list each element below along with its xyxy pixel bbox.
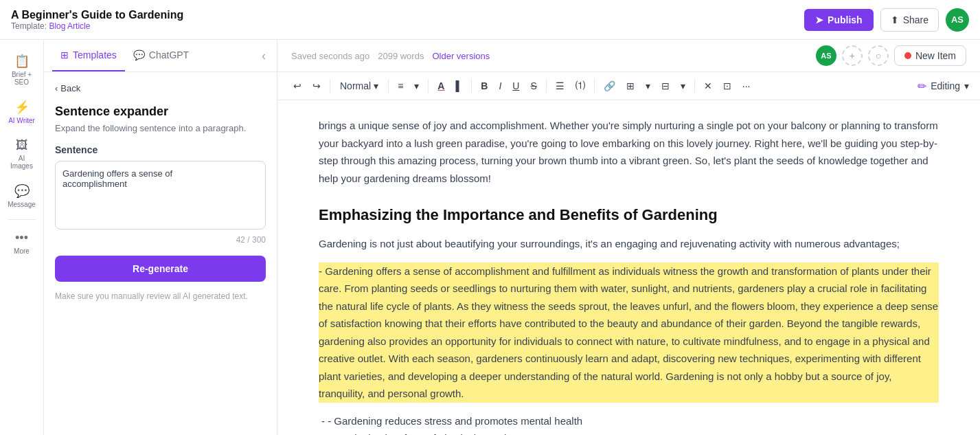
align-button[interactable]: ≡ bbox=[393, 77, 408, 95]
sentence-input[interactable]: Gardening offers a sense of accomplishme… bbox=[55, 161, 266, 230]
style-chevron-icon: ▾ bbox=[374, 80, 378, 91]
sidebar-item-label: AI Images bbox=[7, 155, 37, 170]
editing-badge: ✏ Editing ▾ bbox=[918, 80, 969, 93]
toolbar-divider-3 bbox=[428, 79, 429, 93]
templates-icon: ⊞ bbox=[60, 49, 69, 60]
numbered-list-button[interactable]: ⑴ bbox=[571, 76, 590, 96]
toolbar-divider-2 bbox=[388, 79, 389, 93]
sidebar-item-label: Message bbox=[8, 201, 36, 208]
sidebar-item-brief-seo[interactable]: 📋 Brief + SEO bbox=[3, 48, 41, 91]
editor-meta-bar: Saved seconds ago 2099 words Older versi… bbox=[277, 40, 980, 72]
ai-writer-icon: ⚡ bbox=[14, 100, 30, 115]
editor-avatar-outline: ○ bbox=[868, 45, 889, 66]
back-chevron-icon: ‹ bbox=[55, 83, 58, 93]
style-selector[interactable]: Normal ▾ bbox=[334, 78, 384, 94]
pencil-icon: ✏ bbox=[918, 80, 926, 93]
toolbar-divider bbox=[330, 79, 330, 93]
more-options-button[interactable]: ⊡ bbox=[718, 77, 736, 95]
message-icon: 💬 bbox=[14, 183, 30, 199]
doc-template: Template: Blog Article bbox=[11, 21, 183, 31]
toolbar-divider-5 bbox=[546, 79, 547, 93]
sidebar-divider bbox=[8, 219, 36, 220]
more-icon: ••• bbox=[15, 231, 28, 245]
panel-tabs: ⊞ Templates 💬 ChatGPT ‹ bbox=[44, 40, 277, 72]
toolbar-divider-4 bbox=[471, 79, 472, 93]
share-icon: ⬆ bbox=[891, 14, 899, 25]
editor-avatar-as: AS bbox=[816, 45, 836, 66]
underline-button[interactable]: U bbox=[508, 77, 524, 95]
bold-button[interactable]: B bbox=[476, 77, 492, 95]
clear-format-button[interactable]: ✕ bbox=[699, 77, 717, 95]
redo-button[interactable]: ↪ bbox=[308, 77, 326, 95]
toolbar-divider-6 bbox=[594, 79, 595, 93]
image-button[interactable]: ⊞ bbox=[622, 77, 639, 95]
sidebar-item-ai-images[interactable]: 🖼 AI Images bbox=[3, 133, 41, 175]
editor-meta-left: Saved seconds ago 2099 words Older versi… bbox=[291, 51, 490, 61]
editor-content[interactable]: brings a unique sense of joy and accompl… bbox=[277, 100, 980, 435]
text-color-button[interactable]: A bbox=[433, 77, 449, 95]
table-chevron-button[interactable]: ▾ bbox=[676, 77, 690, 95]
editing-label: Editing bbox=[931, 80, 960, 91]
undo-button[interactable]: ↩ bbox=[288, 77, 306, 95]
publish-icon: ➤ bbox=[815, 14, 823, 25]
intro-paragraph: brings a unique sense of joy and accompl… bbox=[319, 117, 939, 187]
disclaimer-text: Make sure you manually review all AI gen… bbox=[55, 290, 266, 302]
publish-button[interactable]: ➤ Publish bbox=[804, 9, 874, 31]
new-item-button[interactable]: New Item bbox=[894, 45, 966, 66]
section-heading: Emphasizing the Importance and Benefits … bbox=[319, 206, 939, 224]
editor-avatar-plus[interactable]: + bbox=[842, 45, 863, 66]
bullet-list: - Gardening reduces stress and promotes … bbox=[319, 412, 939, 436]
highlight-button[interactable]: ▌ bbox=[451, 77, 467, 95]
sidebar-item-label: More bbox=[14, 247, 30, 255]
table-button[interactable]: ⊟ bbox=[657, 77, 674, 95]
para-1: Gardening is not just about beautifying … bbox=[319, 235, 939, 253]
older-versions-link[interactable]: Older versions bbox=[432, 51, 490, 61]
list-item: - Gardening is a form of physical exerci… bbox=[319, 430, 939, 435]
toolbar-divider-7 bbox=[694, 79, 695, 93]
sidebar-item-message[interactable]: 💬 Message bbox=[3, 178, 41, 214]
italic-button[interactable]: I bbox=[494, 77, 506, 95]
editor-meta-right: AS + ○ New Item bbox=[816, 45, 966, 66]
editor-toolbar: ↩ ↪ Normal ▾ ≡ ▾ A ▌ B I U S ☰ ⑴ 🔗 ⊞ ▾ bbox=[277, 72, 980, 100]
panel-body: ‹ Back Sentence expander Expand the foll… bbox=[44, 72, 277, 435]
tool-title: Sentence expander bbox=[55, 104, 266, 119]
brief-seo-icon: 📋 bbox=[14, 54, 30, 69]
editor-area: Saved seconds ago 2099 words Older versi… bbox=[277, 40, 980, 435]
doc-info: A Beginner's Guide to Gardening Template… bbox=[11, 9, 183, 31]
chatgpt-icon: 💬 bbox=[133, 49, 145, 60]
chevron-align-button[interactable]: ▾ bbox=[409, 77, 424, 95]
back-button[interactable]: ‹ Back bbox=[55, 83, 266, 93]
word-count: 2099 words bbox=[378, 51, 424, 61]
tab-templates[interactable]: ⊞ Templates bbox=[52, 40, 125, 71]
image-chevron-button[interactable]: ▾ bbox=[641, 77, 655, 95]
new-item-dot bbox=[904, 52, 911, 59]
highlighted-paragraph: - Gardening offers a sense of accomplish… bbox=[319, 263, 939, 403]
sidebar-item-label: AI Writer bbox=[8, 117, 35, 124]
user-avatar[interactable]: AS bbox=[946, 8, 969, 32]
sidebar-item-label: Brief + SEO bbox=[7, 71, 37, 86]
char-count: 42 / 300 bbox=[55, 235, 266, 245]
ai-images-icon: 🖼 bbox=[16, 138, 28, 153]
share-button[interactable]: ⬆ Share bbox=[880, 8, 939, 32]
editing-chevron-icon: ▾ bbox=[964, 80, 969, 91]
style-label: Normal bbox=[340, 80, 371, 91]
sidebar-item-ai-writer[interactable]: ⚡ AI Writer bbox=[3, 94, 41, 130]
header-actions: ➤ Publish ⬆ Share AS bbox=[804, 8, 969, 32]
sidebar-item-more[interactable]: ••• More bbox=[3, 225, 41, 260]
doc-title: A Beginner's Guide to Gardening bbox=[11, 9, 183, 21]
tab-chatgpt[interactable]: 💬 ChatGPT bbox=[125, 40, 197, 71]
bullet-list-button[interactable]: ☰ bbox=[551, 77, 569, 95]
tool-description: Expand the following sentence into a par… bbox=[55, 123, 266, 133]
sentence-field-label: Sentence bbox=[55, 144, 266, 155]
side-panel: ⊞ Templates 💬 ChatGPT ‹ ‹ Back Sentence … bbox=[44, 40, 277, 435]
link-button[interactable]: 🔗 bbox=[599, 77, 620, 95]
top-header: A Beginner's Guide to Gardening Template… bbox=[0, 0, 980, 40]
strikethrough-button[interactable]: S bbox=[525, 77, 541, 95]
regenerate-button[interactable]: Re-generate bbox=[55, 256, 266, 282]
main-layout: 📋 Brief + SEO ⚡ AI Writer 🖼 AI Images 💬 … bbox=[0, 40, 980, 435]
extra-button[interactable]: ··· bbox=[738, 77, 755, 95]
panel-collapse-button[interactable]: ‹ bbox=[259, 46, 269, 66]
icon-sidebar: 📋 Brief + SEO ⚡ AI Writer 🖼 AI Images 💬 … bbox=[0, 40, 44, 435]
list-item: - Gardening reduces stress and promotes … bbox=[319, 412, 939, 430]
template-link[interactable]: Blog Article bbox=[49, 21, 90, 31]
